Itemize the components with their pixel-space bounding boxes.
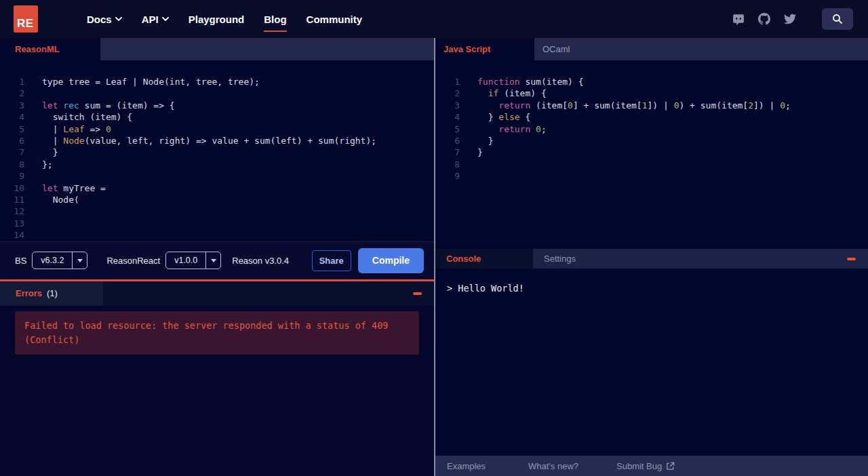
reasonreact-version-value: v1.0.0 (166, 252, 205, 269)
left-pane: ReasonML 1type tree = Leaf | Node(int, t… (0, 38, 434, 476)
external-link-icon (666, 462, 675, 471)
tab-label: OCaml (542, 44, 570, 54)
nav-items: Docs API Playground Blog Community (87, 11, 362, 28)
reason-code-editor[interactable]: 1type tree = Leaf | Node(int, tree, tree… (0, 60, 434, 241)
tab-label: Console (446, 254, 481, 264)
nav-item-community[interactable]: Community (307, 11, 363, 28)
whats-new-link[interactable]: What's new? (528, 461, 616, 471)
submit-bug-link[interactable]: Submit Bug (616, 461, 675, 471)
collapse-console-icon[interactable] (847, 258, 856, 260)
tab-console[interactable]: Console (435, 249, 533, 269)
error-message: Failed to load resource: the server resp… (15, 311, 419, 355)
reason-playground-app: RE Docs API Playground Blog Community (0, 0, 868, 476)
bs-version-value: v6.3.2 (33, 252, 72, 269)
console-output: > Hello World! (435, 269, 868, 456)
caret-down-icon (72, 252, 87, 269)
nav-item-blog[interactable]: Blog (264, 11, 286, 28)
output-tabbar: Java Script OCaml (435, 38, 868, 60)
twitter-icon[interactable] (784, 13, 796, 25)
tab-label: Java Script (443, 44, 490, 54)
nav-item-label: Community (307, 14, 363, 25)
collapse-errors-icon[interactable] (413, 292, 422, 295)
console-header: Console Settings (435, 249, 868, 269)
tab-ocaml[interactable]: OCaml (534, 38, 633, 60)
footer-link-label: What's new? (528, 461, 578, 471)
tab-reasonml[interactable]: ReasonML (0, 38, 100, 60)
nav-item-docs[interactable]: Docs (87, 11, 122, 28)
top-nav: RE Docs API Playground Blog Community (0, 0, 868, 38)
nav-item-playground[interactable]: Playground (189, 11, 245, 28)
errors-body: Failed to load resource: the server resp… (0, 306, 434, 476)
caret-down-icon (205, 252, 220, 269)
compile-button[interactable]: Compile (358, 248, 424, 273)
console-line: > Hello World! (447, 283, 524, 294)
javascript-output-editor[interactable]: 1function sum(item) {2 if (item) {3 retu… (435, 60, 868, 249)
tab-errors[interactable]: Errors (1) (0, 281, 103, 306)
github-icon[interactable] (758, 13, 770, 25)
bs-label: BS (15, 256, 26, 266)
nav-item-label: Blog (264, 14, 286, 25)
playground-footer: Examples What's new? Submit Bug (435, 456, 868, 476)
reasonreact-label: ReasonReact (106, 256, 160, 266)
footer-link-label: Examples (447, 461, 486, 471)
tab-settings[interactable]: Settings (533, 249, 631, 269)
nav-item-label: Playground (189, 14, 245, 25)
left-tabbar: ReasonML (0, 38, 434, 60)
tab-label: Settings (544, 254, 576, 264)
search-button[interactable] (822, 8, 853, 30)
nav-item-label: API (142, 14, 159, 25)
chevron-down-icon (162, 17, 169, 21)
examples-link[interactable]: Examples (447, 461, 528, 471)
reason-logo[interactable]: RE (14, 5, 38, 33)
footer-link-label: Submit Bug (616, 461, 662, 471)
right-pane: Java Script OCaml 1function sum(item) {2… (435, 38, 868, 476)
main-split: ReasonML 1type tree = Leaf | Node(int, t… (0, 38, 868, 476)
nav-item-label: Docs (87, 14, 112, 25)
share-button[interactable]: Share (312, 250, 351, 271)
nav-social-links (732, 8, 853, 30)
tab-javascript[interactable]: Java Script (435, 38, 534, 60)
reason-version-text: Reason v3.0.4 (232, 256, 289, 266)
search-icon (832, 14, 843, 24)
discord-icon[interactable] (732, 13, 745, 25)
chevron-down-icon (115, 17, 122, 21)
nav-item-api[interactable]: API (142, 11, 169, 28)
reasonreact-version-dropdown[interactable]: v1.0.0 (165, 252, 221, 269)
errors-header: Errors (1) (0, 281, 434, 306)
errors-count: (1) (47, 288, 58, 298)
logo-text: RE (17, 17, 34, 31)
compile-toolbar: BS v6.3.2 ReasonReact v1.0.0 Reason v3.0… (0, 241, 434, 279)
tab-label: ReasonML (15, 44, 60, 54)
bs-version-dropdown[interactable]: v6.3.2 (32, 252, 87, 269)
errors-title: Errors (16, 288, 42, 298)
